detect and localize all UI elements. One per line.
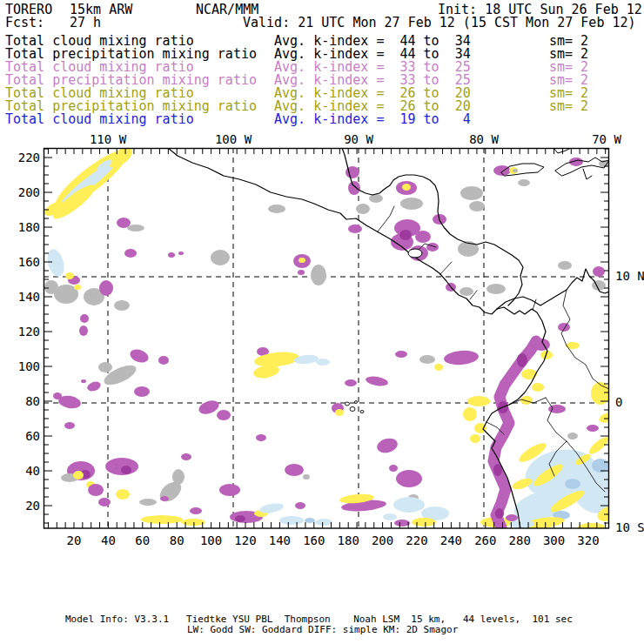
svg-text:160: 160 (303, 533, 325, 547)
svg-text:40: 40 (25, 464, 40, 478)
svg-text:90 W: 90 W (344, 132, 373, 146)
svg-text:20: 20 (67, 533, 82, 547)
svg-text:80: 80 (25, 394, 40, 408)
svg-text:100: 100 (200, 533, 222, 547)
svg-text:200: 200 (18, 185, 40, 199)
svg-text:160: 160 (18, 255, 40, 269)
svg-text:80: 80 (170, 533, 184, 547)
svg-text:100 W: 100 W (215, 132, 252, 146)
svg-text:140: 140 (18, 290, 40, 304)
physics-info-line: LW: Godd SW: Goddard DIFF: simple KM: 2D… (187, 625, 458, 635)
svg-text:280: 280 (509, 533, 531, 547)
svg-text:140: 140 (269, 533, 291, 547)
svg-text:200: 200 (372, 533, 393, 547)
svg-text:120: 120 (234, 533, 256, 547)
svg-text:320: 320 (577, 533, 599, 547)
svg-text:260: 260 (474, 533, 496, 547)
svg-text:40: 40 (101, 533, 116, 547)
svg-text:20: 20 (25, 499, 40, 513)
svg-text:220: 220 (18, 151, 40, 164)
svg-text:240: 240 (440, 533, 462, 547)
svg-text:180: 180 (18, 220, 40, 234)
svg-text:80 W: 80 W (469, 132, 499, 146)
svg-text:220: 220 (406, 533, 427, 547)
svg-text:70 W: 70 W (592, 132, 621, 146)
svg-text:300: 300 (543, 533, 565, 547)
svg-text:180: 180 (338, 533, 359, 547)
svg-text:10 S: 10 S (615, 520, 644, 534)
svg-text:60: 60 (25, 429, 40, 443)
mixing-ratio-fill-layer (43, 143, 625, 532)
svg-text:0: 0 (615, 395, 622, 409)
svg-text:120: 120 (18, 325, 40, 339)
forecast-map: 110 W100 W90 W80 W70 W220200180160140120… (0, 0, 644, 644)
svg-text:10 N: 10 N (615, 269, 644, 283)
svg-text:60: 60 (135, 533, 150, 547)
svg-text:100: 100 (18, 359, 40, 373)
svg-text:110 W: 110 W (90, 132, 127, 146)
